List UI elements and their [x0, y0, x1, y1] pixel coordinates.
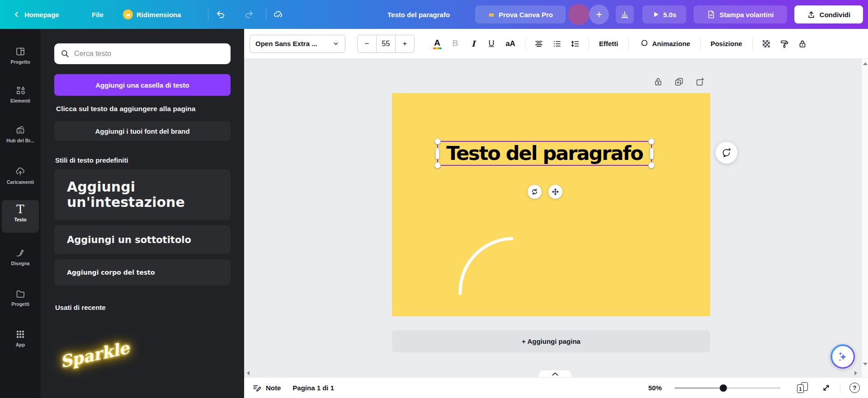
file-menu-button[interactable]: File [92, 0, 104, 29]
animation-button[interactable]: Animazione [633, 35, 696, 53]
redo-button[interactable] [241, 6, 257, 23]
sidebar-item-caricamenti[interactable]: Caricamenti [2, 163, 39, 185]
text-hint: Clicca sul testo da aggiungere alla pagi… [56, 105, 237, 113]
resize-handle-top-left[interactable] [434, 138, 441, 145]
sidebar-item-testo[interactable]: T Testo [2, 200, 39, 233]
brand-hub-icon: co. [15, 125, 26, 136]
scroll-up-arrow[interactable] [863, 62, 868, 65]
toolbar-divider [589, 38, 589, 50]
animation-icon [639, 39, 649, 49]
magic-ai-button[interactable] [830, 344, 855, 369]
bullet-list-button[interactable] [548, 35, 566, 53]
resize-button[interactable]: Ridimensiona [123, 0, 181, 29]
font-size-value[interactable]: 55 [376, 35, 396, 52]
style-body-card[interactable]: Aggiungi corpo del testo [54, 259, 231, 286]
lock-button[interactable] [793, 35, 811, 53]
zoom-slider[interactable] [675, 384, 781, 392]
search-box[interactable] [54, 43, 231, 64]
editor-main: Open Sans Extra ... − 55 + A B I U aA [244, 29, 868, 398]
text-align-button[interactable] [530, 35, 548, 53]
text-panel: Aggiungi una casella di testo Clicca sul… [41, 29, 244, 398]
scroll-left-arrow[interactable] [247, 371, 250, 375]
align-center-icon [534, 39, 543, 48]
resize-handle-bottom-right[interactable] [648, 162, 655, 169]
unlock-page-button[interactable] [653, 77, 663, 87]
style-subtitle-card[interactable]: Aggiungi un sottotitolo [54, 225, 231, 254]
crown-icon [123, 9, 133, 19]
resize-handle-bottom-left[interactable] [434, 162, 441, 169]
rotate-handle[interactable] [528, 185, 542, 199]
vertical-scrollbar[interactable] [862, 59, 868, 377]
add-textbox-button[interactable]: Aggiungi una casella di testo [54, 74, 231, 96]
sidebar-item-app[interactable]: App [2, 325, 39, 347]
present-button[interactable]: 5.0s [642, 5, 686, 23]
style-heading-card[interactable]: Aggiungi un'intestazione [54, 169, 231, 220]
recent-text-style-sparkle[interactable]: Sparkle [58, 338, 131, 371]
try-pro-button[interactable]: Prova Canva Pro [475, 5, 566, 23]
zoom-slider-thumb[interactable] [720, 384, 727, 392]
homepage-button[interactable]: Homepage [13, 0, 59, 29]
effects-button[interactable]: Effetti [594, 35, 624, 53]
add-page-icon-button[interactable] [695, 77, 705, 87]
canvas-paragraph-text[interactable]: Testo del paragrafo [446, 144, 642, 163]
insights-button[interactable] [616, 5, 634, 23]
design-layout-icon [15, 46, 26, 57]
sidebar-item-progetto[interactable]: Progetto [2, 42, 39, 65]
page-actions [653, 77, 705, 87]
add-member-button[interactable]: + [589, 5, 609, 24]
font-family-select[interactable]: Open Sans Extra ... [250, 35, 345, 53]
white-arc-element[interactable] [392, 93, 710, 316]
notes-button[interactable]: Note [252, 383, 281, 393]
sidebar-item-disegna[interactable]: Disegna [2, 244, 39, 266]
position-button[interactable]: Posizione [705, 35, 748, 53]
page-indicator: Pagina 1 di 1 [292, 384, 334, 392]
italic-button[interactable]: I [464, 35, 482, 53]
scroll-down-arrow[interactable] [863, 363, 868, 365]
shapes-icon [15, 85, 26, 96]
add-page-button[interactable]: + Aggiungi pagina [392, 330, 710, 352]
print-flyers-button[interactable]: Stampa volantini [693, 5, 787, 23]
font-size-decrease-button[interactable]: − [358, 35, 376, 52]
move-handle[interactable] [548, 185, 562, 199]
line-spacing-button[interactable] [566, 35, 584, 53]
text-color-button[interactable]: A [428, 35, 446, 53]
grid-view-button[interactable]: 1 [797, 382, 809, 393]
expand-pages-tab[interactable] [539, 370, 571, 377]
fullscreen-button[interactable] [821, 383, 831, 393]
text-case-button[interactable]: aA [500, 35, 520, 53]
resize-handle-top-right[interactable] [648, 138, 655, 145]
top-navigation-bar: Homepage File Ridimensiona Testo del par… [0, 0, 868, 29]
font-size-increase-button[interactable]: + [396, 35, 414, 52]
brand-fonts-button[interactable]: Aggiungi i tuoi font del brand [54, 121, 231, 141]
duplicate-page-button[interactable] [674, 77, 684, 87]
user-avatar[interactable] [568, 4, 589, 25]
font-size-stepper: − 55 + [357, 35, 415, 53]
design-page[interactable]: Testo del paragrafo [392, 93, 710, 316]
sidebar-item-hub-brand[interactable]: co. Hub del Br... [2, 121, 39, 143]
help-button[interactable]: ? [849, 383, 860, 393]
toolbar-divider [525, 38, 525, 50]
paint-roller-icon [780, 39, 789, 48]
cloud-saved-icon[interactable] [270, 6, 287, 23]
transparency-button[interactable] [757, 35, 775, 53]
search-input[interactable] [74, 50, 224, 58]
add-comment-button[interactable] [716, 142, 737, 164]
topbar-divider [208, 8, 208, 21]
topbar-divider [266, 8, 266, 21]
underline-button[interactable]: U [482, 35, 500, 53]
scroll-right-arrow[interactable] [854, 371, 857, 375]
undo-button[interactable] [212, 6, 229, 23]
transparency-checker-icon [762, 39, 771, 48]
resize-handle-right[interactable] [650, 148, 654, 159]
move-icon [552, 188, 559, 196]
flyer-icon [707, 10, 716, 19]
share-button[interactable]: Condividi [794, 5, 863, 23]
bold-button[interactable]: B [446, 35, 464, 53]
cloud-upload-icon [15, 166, 26, 177]
copy-style-button[interactable] [775, 35, 793, 53]
sidebar-item-elementi[interactable]: Elementi [2, 81, 39, 103]
selected-text-box[interactable]: Testo del paragrafo [437, 141, 652, 166]
sidebar-item-progetti[interactable]: Progetti [2, 285, 39, 307]
object-panel-rail: Progetto Elementi co. Hub del Br... Cari… [0, 29, 41, 398]
resize-handle-left[interactable] [435, 148, 439, 159]
